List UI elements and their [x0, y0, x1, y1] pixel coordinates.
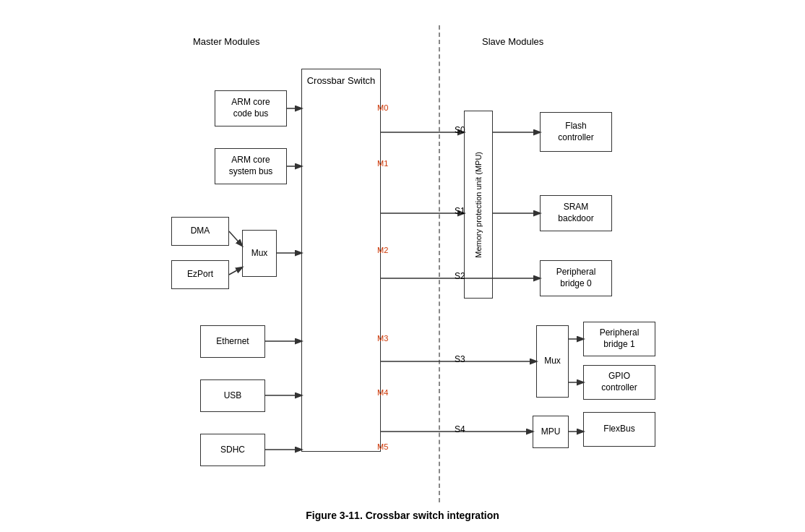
box-pb1: Peripheralbridge 1	[583, 322, 655, 356]
label-m3: M3	[377, 334, 388, 343]
label-s4: S4	[455, 424, 465, 434]
box-gpio: GPIOcontroller	[583, 365, 655, 400]
figure-caption: Figure 3-11. Crossbar switch integration	[306, 510, 499, 521]
box-ethernet: Ethernet	[200, 325, 265, 358]
crossbar-label: Crossbar Switch	[302, 75, 380, 87]
dashed-divider	[439, 25, 440, 502]
box-arm-code-bus: ARM corecode bus	[215, 90, 287, 126]
master-label: Master Modules	[193, 36, 259, 47]
box-mux-left: Mux	[242, 230, 277, 277]
label-s2: S2	[455, 271, 465, 281]
box-ezport: EzPort	[171, 260, 229, 289]
svg-line-3	[229, 267, 242, 275]
box-pb0: Peripheralbridge 0	[540, 260, 612, 296]
slave-label: Slave Modules	[482, 36, 543, 47]
box-usb: USB	[200, 379, 265, 412]
label-s0: S0	[455, 125, 465, 135]
diagram: Master Modules Slave Modules Crossbar Sw…	[77, 25, 728, 502]
crossbar-switch: Crossbar Switch	[301, 69, 381, 452]
label-m0: M0	[377, 103, 388, 112]
box-flash: Flashcontroller	[540, 112, 612, 152]
label-s3: S3	[455, 354, 465, 364]
label-m2: M2	[377, 246, 388, 254]
box-arm-system-bus: ARM coresystem bus	[215, 148, 287, 184]
label-m4: M4	[377, 388, 388, 397]
box-sram: SRAMbackdoor	[540, 195, 612, 231]
box-sdhc: SDHC	[200, 434, 265, 466]
box-mux-right: Mux	[536, 325, 569, 398]
svg-line-2	[229, 231, 242, 246]
box-dma: DMA	[171, 217, 229, 246]
box-mpu-s4: MPU	[533, 416, 569, 448]
label-m5: M5	[377, 442, 388, 451]
label-s1: S1	[455, 206, 465, 216]
box-flexbus: FlexBus	[583, 412, 655, 447]
box-mpu-tall: Memory protection unit (MPU)	[464, 111, 493, 299]
label-m1: M1	[377, 159, 388, 168]
